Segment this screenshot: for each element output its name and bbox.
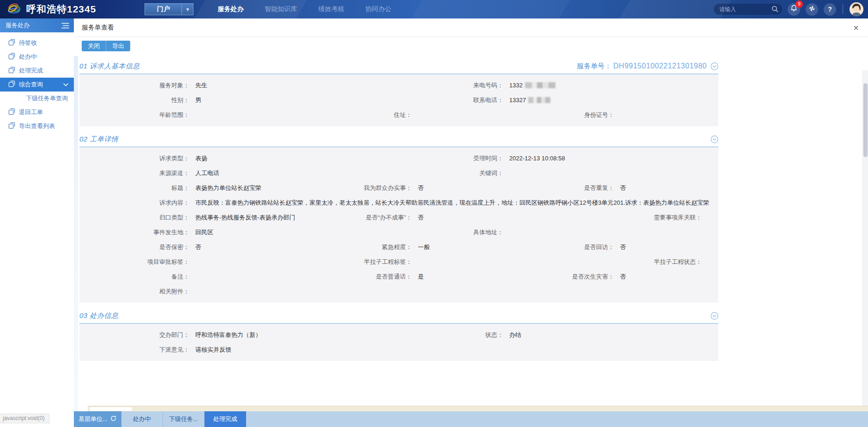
doc-copy-icon (8, 108, 15, 116)
field-dispatch-opinion-value: 请核实并反馈 (195, 346, 231, 354)
field-is-revisit-label: 是否回访： (500, 243, 614, 251)
field-contact-phone-value: 13327 (509, 97, 550, 104)
notifications-button[interactable]: 9 (788, 3, 800, 16)
field-banlazi-state-label: 半拉子工程状态： (500, 258, 702, 266)
field-is-mandarin: 是否普通话： 是 (301, 273, 500, 281)
field-urgency: 紧急程度： 一般 (301, 243, 500, 251)
field-appeal-type-label: 诉求类型： (79, 154, 189, 163)
apps-button[interactable] (806, 3, 818, 16)
portal-dropdown-caret-icon[interactable]: ▼ (181, 3, 193, 15)
field-assign-dept-value: 呼和浩特富泰热力（新） (195, 331, 261, 339)
service-order-form: 01 诉求人基本信息 服务单号： DH9915010022121301980 服… (79, 59, 718, 361)
page-title: 服务单查看 (82, 24, 114, 32)
field-address: 住址： (301, 111, 500, 119)
form-row: 诉求类型： 表扬 受理时间： 2022-12-13 10:08:58 (79, 151, 718, 166)
form-row: 性别： 男 联系电话： 13327 (79, 93, 718, 108)
notification-badge: 9 (796, 0, 803, 8)
tab-process-completed[interactable]: 处理完成 (205, 411, 246, 427)
field-appeal-type: 诉求类型： 表扬 (79, 154, 393, 163)
field-id-number: 身份证号： (500, 111, 718, 119)
field-caller-number-value: 1332 (509, 82, 555, 89)
field-gender-value: 男 (195, 96, 201, 104)
form-row: 来源渠道： 人工电话 关键词： (79, 166, 718, 181)
close-icon[interactable]: × (853, 23, 859, 32)
collapse-menu-icon[interactable] (61, 23, 69, 29)
sidebar-item-completed[interactable]: 处理完成 (0, 64, 74, 78)
field-detail-address: 具体地址： (393, 228, 718, 237)
section-collapse-icon[interactable] (711, 312, 718, 320)
field-event-location: 事件发生地： 回民区 (79, 228, 393, 237)
menu-item-performance[interactable]: 绩效考核 (318, 5, 344, 13)
panel-titlebar: 服务单查看 × (74, 18, 868, 37)
section-body-order-detail: 诉求类型： 表扬 受理时间： 2022-12-13 10:08:58 来源渠道： (79, 147, 718, 303)
close-button[interactable]: 关闭 (82, 41, 106, 51)
tab-processing[interactable]: 处办中 (121, 411, 163, 427)
horizontal-scrollbar-thumb[interactable] (90, 407, 132, 411)
sidebar-item-pending-sign[interactable]: 待签收 (0, 36, 74, 50)
service-no-label: 服务单号： (577, 62, 611, 71)
portal-button-group: 门户 ▼ (145, 3, 193, 15)
menu-item-service[interactable]: 服务处办 (217, 5, 243, 13)
field-address-label: 住址： (301, 111, 412, 119)
form-row: 下派意见： 请核实并反馈 (79, 342, 718, 357)
vertical-scrollbar[interactable] (862, 70, 868, 406)
portal-button[interactable]: 门户 (145, 3, 181, 15)
sidebar-item-export-list[interactable]: 导出查看列表 (0, 119, 74, 133)
brand: 呼和浩特12345 (0, 2, 96, 16)
field-age-range-label: 年龄范围： (79, 111, 189, 119)
field-status: 状态： 办结 (393, 331, 718, 339)
field-contact-phone-label: 联系电话： (393, 96, 503, 104)
pinwheel-icon (808, 5, 815, 14)
field-item-lib-link: 需要事项库关联： (500, 214, 718, 222)
sidebar-item-label: 综合查询 (19, 80, 43, 89)
section-header-processing-info: 03 处办信息 (79, 308, 718, 324)
section-title: 02 工单详情 (79, 135, 118, 144)
section-title: 03 处办信息 (79, 311, 118, 320)
navbar-right-cluster: 9 ? (714, 2, 868, 16)
tab-subordinate-task[interactable]: 下级任务... (163, 411, 205, 427)
field-is-repeat-value: 否 (620, 184, 626, 192)
field-cannot-do: 是否“办不成事”： 否 (301, 214, 500, 222)
section-collapse-icon[interactable] (711, 62, 718, 70)
service-order-panel: 服务单查看 × 关闭 导出 01 诉求人基本信息 服务单号： DH9 (74, 18, 868, 427)
sidebar-item-subordinate-task-query[interactable]: 下级任务单查询 (0, 92, 74, 105)
navbar-divider (843, 5, 843, 14)
app-window: 呼和浩特12345 门户 ▼ 服务处办 智能知识库 绩效考核 协同办公 (0, 0, 868, 427)
export-button[interactable]: 导出 (106, 41, 130, 51)
section-title: 01 诉求人基本信息 (79, 62, 140, 71)
field-category-type: 归口类型： 热线事务-热线服务反馈-表扬承办部门 (79, 214, 301, 222)
search-icon[interactable] (772, 6, 778, 14)
doc-copy-icon (8, 122, 15, 130)
field-category-type-label: 归口类型： (79, 214, 189, 222)
menu-item-knowledge[interactable]: 智能知识库 (265, 5, 297, 13)
user-avatar[interactable] (850, 2, 863, 16)
brand-title: 呼和浩特12345 (26, 3, 96, 16)
menu-item-collaboration[interactable]: 协同办公 (365, 5, 391, 13)
form-row: 诉求内容： 市民反映：富泰热力钢铁路站站长赵宝荣，家里太冷，老太太独居，站长大冷… (79, 195, 718, 210)
field-service-target-value: 先生 (195, 81, 207, 90)
sidebar-item-label: 下级任务单查询 (26, 94, 68, 103)
vertical-scrollbar-thumb[interactable] (863, 83, 868, 157)
horizontal-scrollbar[interactable] (88, 406, 868, 411)
field-source-channel-value: 人工电话 (195, 169, 219, 177)
field-secondary-disaster-label: 是否次生灾害： (500, 273, 614, 281)
form-row: 归口类型： 热线事务-热线服务反馈-表扬承办部门 是否“办不成事”： 否 需要事… (79, 210, 718, 225)
field-status-label: 状态： (393, 331, 503, 339)
sidebar-title: 服务处办 (6, 21, 30, 30)
section-header-order-detail: 02 工单详情 (79, 132, 718, 147)
top-navbar: 呼和浩特12345 门户 ▼ 服务处办 智能知识库 绩效考核 协同办公 (0, 0, 868, 18)
field-title: 标题： 表扬热力单位站长赵宝荣 (79, 184, 301, 192)
chevron-down-icon (63, 83, 68, 86)
field-accept-time-label: 受理时间： (393, 154, 503, 163)
sidebar-item-processing[interactable]: 处办中 (0, 50, 74, 64)
form-row: 事件发生地： 回民区 具体地址： (79, 225, 718, 240)
section-collapse-icon[interactable] (711, 135, 718, 143)
tab-grassroots-unit[interactable]: 基层单位... (74, 411, 121, 427)
sidebar-item-comprehensive-query[interactable]: 综合查询 (0, 78, 74, 92)
sidebar-item-returned-orders[interactable]: 退回工单 (0, 105, 74, 119)
refresh-icon[interactable] (110, 415, 116, 423)
field-is-mandarin-value: 是 (418, 273, 424, 281)
doc-copy-icon (8, 53, 15, 61)
form-row: 标题： 表扬热力单位站长赵宝荣 我为群众办实事： 否 是否重复： 否 (79, 181, 718, 195)
help-button[interactable]: ? (824, 3, 836, 16)
